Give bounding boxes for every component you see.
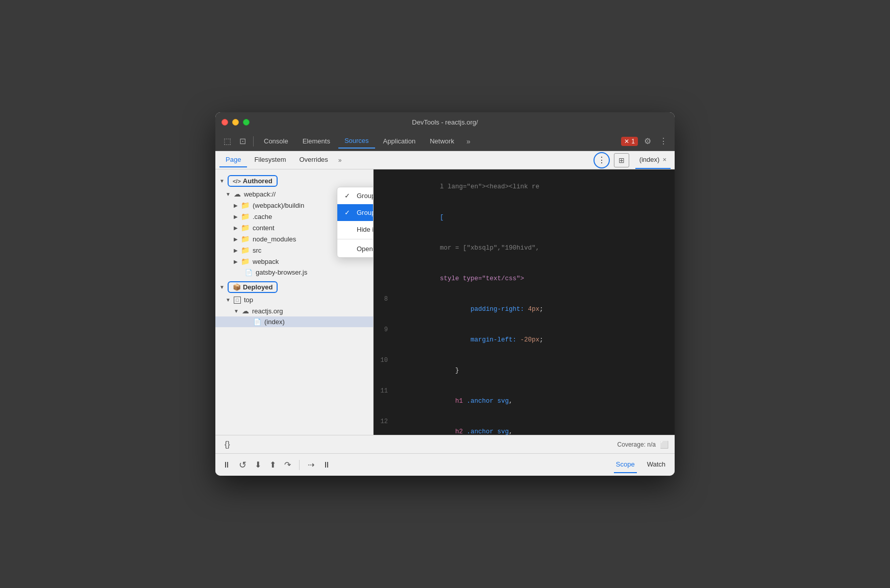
menu-group-by-folder[interactable]: ✓ Group by folder	[337, 187, 374, 204]
right-panel: l lang="en"><head><link re [ mor = ["xbs…	[374, 169, 675, 435]
error-count: 1	[631, 138, 635, 145]
index-file[interactable]: 📄 (index)	[215, 316, 373, 327]
semi: ;	[539, 336, 543, 344]
code-content: l lang="en"><head><link re	[394, 172, 539, 202]
line-num: 12	[374, 417, 394, 427]
file-gatsby-browser[interactable]: 📄 gatsby-browser.js	[215, 267, 373, 278]
code-line-html1: l lang="en"><head><link re	[374, 172, 675, 202]
style-text: style type="text/css">	[440, 275, 524, 282]
code-area: l lang="en"><head><link re [ mor = ["xbs…	[374, 169, 675, 435]
reactjs-org[interactable]: ▼ ☁ reactjs.org	[215, 305, 373, 316]
tab-overrides[interactable]: Overrides	[293, 153, 334, 167]
val: 4px	[528, 306, 540, 313]
top-tab-bar: ⬚ ⊡ Console Elements Sources Application…	[215, 132, 675, 151]
deactivate-icon[interactable]: ⇢	[308, 460, 314, 470]
tab-filesystem[interactable]: Filesystem	[248, 153, 292, 167]
folder-name: node_modules	[253, 235, 296, 243]
file-tab-label: (index)	[639, 156, 660, 163]
resume-icon[interactable]: ↺	[239, 459, 246, 471]
tab-scope[interactable]: Scope	[614, 456, 637, 473]
tab-network[interactable]: Network	[424, 134, 460, 148]
pause-icon[interactable]: ⏸	[222, 460, 231, 470]
panel-toggle-icon: ⊞	[619, 156, 625, 164]
tab-page[interactable]: Page	[219, 153, 247, 167]
class-sel: .anchor svg	[463, 398, 509, 405]
code-content: [	[394, 202, 444, 233]
code-line-10: 10 }	[374, 355, 675, 386]
top-item[interactable]: ▼ □ top	[215, 295, 373, 305]
tab-watch[interactable]: Watch	[645, 456, 668, 473]
error-x-icon: ✕	[624, 138, 629, 145]
folder-chevron: ▶	[234, 203, 238, 208]
menu-hide-ignored[interactable]: Hide ignore-listed sources 🔔	[337, 221, 374, 238]
comma: ,	[509, 428, 513, 435]
folder-name: src	[253, 247, 261, 254]
maximize-button[interactable]	[243, 119, 250, 126]
step-out-icon[interactable]: ↷	[284, 460, 291, 470]
code-content: margin-left: -20px;	[394, 325, 543, 355]
pause-exceptions-icon[interactable]: ⏸	[323, 460, 331, 470]
tab-elements[interactable]: Elements	[296, 134, 336, 148]
brace: }	[440, 367, 459, 374]
title-bar: DevTools - reactjs.org/	[215, 112, 675, 132]
authored-section[interactable]: ▼ </> Authored	[215, 174, 373, 188]
sidebar-toggle-icon[interactable]: ⊞	[614, 153, 629, 167]
close-button[interactable]	[221, 119, 228, 126]
more-tabs-icon[interactable]: »	[462, 135, 475, 148]
authored-label: Authored	[243, 177, 273, 185]
tab-application[interactable]: Application	[377, 134, 422, 148]
divider	[253, 136, 254, 146]
traffic-lights	[221, 119, 250, 126]
bottom-status-bar: {} Coverage: n/a ⬜	[215, 435, 675, 453]
tab-console[interactable]: Console	[258, 134, 294, 148]
deployed-section[interactable]: ▼ 📦 Deployed	[215, 280, 373, 295]
folder-icon: 📁	[241, 257, 250, 265]
scope-watch-panel: Scope Watch	[614, 456, 668, 473]
folder-name: .cache	[253, 213, 272, 220]
reactjs-chevron: ▼	[234, 308, 239, 314]
menu-open-file[interactable]: Open file ⌘ P	[337, 240, 374, 257]
code-content: mor = ["xbsqlp","190hivd",	[394, 233, 539, 263]
secondary-tab-bar: Page Filesystem Overrides » ⋮ ⊞ (index) …	[215, 151, 675, 169]
coverage-icon[interactable]: ⬜	[660, 440, 669, 449]
tab-sources[interactable]: Sources	[338, 134, 375, 149]
tab-bar-right: ✕ 1 ⚙ ⋮	[621, 134, 670, 148]
cursor-icon[interactable]: ⬚	[220, 134, 234, 148]
prop: margin-left:	[440, 336, 521, 344]
format-code-button[interactable]: {}	[221, 439, 233, 450]
folder-icon: 📁	[241, 224, 250, 232]
menu-group-by-authored[interactable]: ✓ Group by Authored/Deployed 🔔	[337, 204, 374, 221]
comma: ,	[509, 398, 513, 405]
line-num: 8	[374, 295, 394, 304]
authored-chevron: ▼	[219, 178, 225, 184]
menu-item-label: Group by folder	[357, 192, 374, 200]
html-text: l lang="en"><head><link re	[440, 183, 539, 190]
panel-icon[interactable]: ⊡	[236, 134, 249, 148]
selector: h1	[440, 398, 463, 405]
more-secondary-tabs[interactable]: »	[335, 155, 345, 166]
folder-chevron: ▶	[234, 248, 238, 253]
minimize-button[interactable]	[232, 119, 239, 126]
folder-name: content	[253, 224, 275, 232]
code-content: padding-right: 4px;	[394, 294, 543, 325]
context-dropdown-menu[interactable]: ✓ Group by folder ✓ Group by Authored/De…	[337, 187, 374, 258]
code-line-html4: style type="text/css">	[374, 263, 675, 294]
step-into-icon[interactable]: ⬆	[269, 460, 276, 470]
line-num: 11	[374, 386, 394, 396]
more-options-icon[interactable]: ⋮	[657, 134, 670, 148]
settings-icon[interactable]: ⚙	[642, 134, 653, 148]
folder-icon: 📁	[241, 201, 250, 209]
menu-item-label: Group by Authored/Deployed	[357, 209, 374, 216]
code-line-8: 8 padding-right: 4px;	[374, 294, 675, 325]
index-file-icon: 📄	[253, 318, 261, 326]
step-over-icon[interactable]: ⬇	[255, 460, 261, 470]
context-menu-button[interactable]: ⋮	[594, 152, 610, 168]
deployed-icon: 📦	[233, 283, 241, 291]
open-file-tab[interactable]: (index) ×	[635, 152, 671, 169]
menu-item-label: Open file	[357, 245, 374, 253]
folder-name: (webpack)/buildin	[253, 202, 304, 209]
webpack-label: webpack://	[244, 190, 276, 198]
index-label: (index)	[264, 318, 285, 326]
coverage-label: Coverage: n/a	[617, 441, 656, 448]
file-tab-close[interactable]: ×	[662, 156, 666, 163]
